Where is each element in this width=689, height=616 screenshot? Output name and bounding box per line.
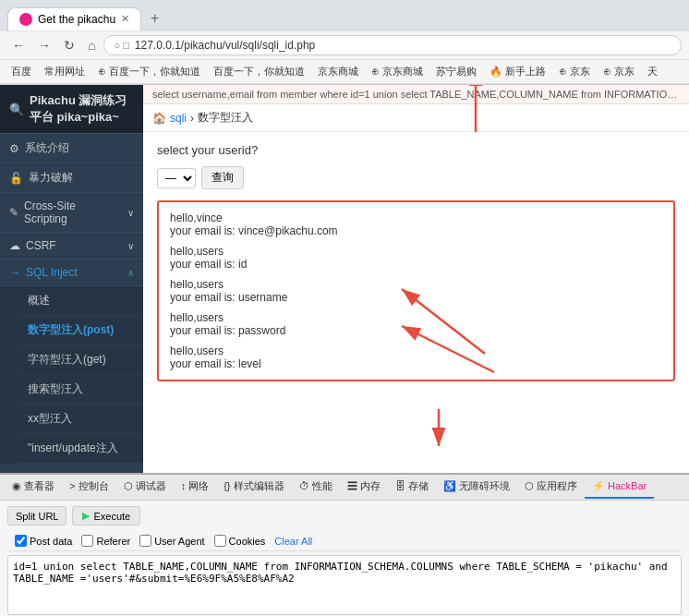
tab-title: Get the pikachu [38, 13, 115, 26]
sidebar-item-xss[interactable]: ✎ Cross-Site Scripting ∨ [0, 193, 143, 233]
console-icon: > [69, 480, 75, 491]
home-button[interactable]: ⌂ [83, 35, 100, 55]
xss-arrow-icon: ∨ [127, 208, 134, 218]
split-url-button[interactable]: Split URL [7, 506, 66, 525]
referer-checkbox-label[interactable]: Referer [81, 535, 130, 547]
numeric-post-label: 数字型注入(post) [28, 322, 114, 338]
userid-select[interactable]: — [157, 168, 196, 188]
tab-style-editor[interactable]: {} 样式编辑器 [216, 475, 291, 500]
url-display: select username,email from member where … [143, 85, 689, 104]
tab-hackbar[interactable]: ⚡ HackBar [585, 476, 654, 499]
result-entry-1: hello,users your email is: id [170, 245, 662, 271]
address-bar[interactable]: ○ □ 127.0.0.1/pikachu/vul/sqli/sqli_id.p… [103, 35, 682, 55]
tab-accessibility[interactable]: ♿ 无障碍环境 [436, 475, 517, 500]
result-entry-0: hello,vince your email is: vince@pikachu… [170, 211, 662, 237]
result-name-2: hello,users [170, 278, 662, 291]
breadcrumb-home-icon: 🏠 [152, 112, 166, 125]
result-name-0: hello,vince [170, 211, 662, 224]
result-name-3: hello,users [170, 311, 662, 324]
new-tab-button[interactable]: + [141, 6, 168, 31]
search-inject-label: 搜索型汪入 [28, 381, 83, 397]
query-button[interactable]: 查询 [201, 166, 244, 189]
sidebar-label-intro: 系统介绍 [25, 140, 69, 156]
tab-network[interactable]: ↕ 网络 [174, 475, 217, 500]
storage-icon: 🗄 [395, 480, 405, 491]
bookmark-jd4[interactable]: ⊕ 京东 [599, 63, 638, 80]
forward-button[interactable]: → [33, 35, 55, 55]
sidebar-label-xss: Cross-Site Scripting [24, 199, 122, 225]
tab-memory[interactable]: ☰ 内存 [340, 475, 388, 500]
bookmark-more[interactable]: 天 [644, 63, 661, 80]
hackbar-content: Split URL ▶ Execute Post data Referer Us… [0, 501, 689, 616]
csrf-arrow-icon: ∨ [127, 241, 134, 251]
sidebar-item-search[interactable]: 搜索型汪入 [18, 375, 143, 405]
sidebar-item-intro[interactable]: ⚙ 系统介绍 [0, 134, 143, 163]
result-entry-4: hello,users your email is: level [170, 344, 662, 370]
useragent-checkbox[interactable] [139, 535, 151, 547]
result-email-0: your email is: vince@pikachu.com [170, 224, 662, 237]
bookmark-jd1[interactable]: 京东商城 [314, 63, 362, 80]
refresh-button[interactable]: ↻ [59, 35, 79, 55]
content-body: select your userid? — 查询 hello,vince you… [143, 132, 689, 393]
csrf-icon: ☁ [9, 239, 20, 252]
string-get-label: 字符型汪入(get) [28, 352, 106, 368]
bookmark-baidu2[interactable]: 百度一下，你就知道 [210, 63, 308, 80]
useragent-label: User Agent [154, 536, 204, 547]
sidebar-item-string-get[interactable]: 字符型汪入(get) [18, 345, 143, 375]
tab-close-button[interactable]: ✕ [121, 13, 129, 25]
tab-bar: Get the pikachu ✕ + [0, 0, 689, 31]
perf-icon: ⏱ [299, 480, 309, 491]
sql-icon: → [9, 266, 20, 279]
bookmark-common[interactable]: 常用网址 [41, 63, 89, 80]
tab-debugger[interactable]: ⬡ 调试器 [116, 475, 174, 500]
postdata-label: Post data [30, 536, 72, 547]
cookies-label: Cookies [229, 536, 266, 547]
postdata-checkbox[interactable] [15, 535, 27, 547]
clear-all-button[interactable]: Clear All [274, 536, 312, 547]
devtools-tab-bar: ◉ 查看器 > 控制台 ⬡ 调试器 ↕ 网络 {} 样式编辑器 ⏱ 性能 ☰ 内… [0, 475, 689, 501]
nav-bar: ← → ↻ ⌂ ○ □ 127.0.0.1/pikachu/vul/sqli/s… [0, 31, 689, 60]
bookmark-baidu1[interactable]: ⊕ 百度一下，你就知道 [94, 63, 204, 80]
cookies-checkbox-label[interactable]: Cookies [214, 535, 266, 547]
breadcrumb-link[interactable]: sqli [170, 112, 187, 125]
page-label: select your userid? [157, 143, 675, 157]
sidebar-item-numeric-post[interactable]: 数字型注入(post) [18, 316, 143, 345]
sidebar-item-sql[interactable]: → SQL Inject ∧ [0, 260, 143, 286]
tab-viewer[interactable]: ◉ 查看器 [5, 475, 62, 500]
bookmark-jd2[interactable]: ⊕ 京东商城 [368, 63, 427, 80]
memory-icon: ☰ [347, 480, 357, 491]
result-email-1: your email is: id [170, 258, 662, 271]
results-box: hello,vince your email is: vince@pikachu… [157, 200, 675, 381]
hackbar-options: Post data Referer User Agent Cookies Cle… [7, 531, 682, 551]
tab-application[interactable]: ⬡ 应用程序 [517, 475, 585, 500]
main-layout: 🔍 Pikachu 漏洞练习平台 pika~pika~ ⚙ 系统介绍 🔓 暴力破… [0, 85, 689, 473]
postdata-checkbox-label[interactable]: Post data [15, 535, 72, 547]
tab-performance[interactable]: ⏱ 性能 [292, 475, 340, 500]
tab-favicon [19, 13, 32, 26]
sql-submenu: 概述 数字型注入(post) 字符型汪入(get) 搜索型汪入 xx型汪入 "i… [0, 286, 143, 464]
bookmark-suning[interactable]: 苏宁易购 [432, 63, 480, 80]
result-name-4: hello,users [170, 344, 662, 357]
execute-button[interactable]: ▶ Execute [72, 506, 140, 525]
sidebar-item-insert[interactable]: "insert/update注入 [18, 434, 143, 464]
cookies-checkbox[interactable] [214, 535, 226, 547]
sidebar-item-csrf[interactable]: ☁ CSRF ∨ [0, 233, 143, 260]
bookmark-baidu[interactable]: 百度 [7, 63, 35, 80]
referer-checkbox[interactable] [81, 535, 93, 547]
sidebar-item-overview[interactable]: 概述 [18, 286, 143, 316]
back-button[interactable]: ← [7, 35, 30, 55]
bookmark-jd3[interactable]: ⊕ 京东 [555, 63, 594, 80]
sql-arrow-icon: ∧ [127, 268, 134, 278]
hackbar-buttons-row: Split URL ▶ Execute [7, 506, 682, 525]
sidebar-item-xx[interactable]: xx型汪入 [18, 405, 143, 434]
sidebar-item-brute[interactable]: 🔓 暴力破解 [0, 163, 143, 193]
xss-icon: ✎ [9, 206, 18, 219]
active-tab[interactable]: Get the pikachu ✕ [7, 7, 141, 30]
tab-storage[interactable]: 🗄 存储 [388, 475, 436, 500]
hackbar-textarea[interactable]: id=1 union select TABLE_NAME,COLUMN_NAME… [7, 555, 682, 615]
browser-chrome: Get the pikachu ✕ + ← → ↻ ⌂ ○ □ 127.0.0.… [0, 0, 689, 85]
bookmark-newbie[interactable]: 🔥 新手上路 [486, 63, 550, 80]
useragent-checkbox-label[interactable]: User Agent [139, 535, 204, 547]
sidebar-label-brute: 暴力破解 [29, 170, 73, 186]
tab-console[interactable]: > 控制台 [62, 475, 116, 500]
